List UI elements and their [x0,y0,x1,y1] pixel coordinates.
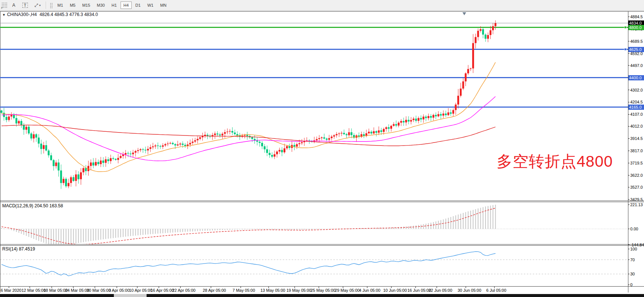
timeframe-button-H4[interactable]: H4 [121,1,132,9]
level-4625-handle[interactable] [624,48,627,51]
price-axis-tick: 4012.0 [630,124,643,128]
chart-title: ▼CHINA300-,H4 4826.4 4845.3 4776.3 4834.… [2,12,98,17]
macd-axis-tick: 221.13 [630,202,643,207]
price-badge-4400.0: 4400.0 [628,75,644,80]
macd-panel [0,205,628,245]
time-axis-label[interactable]: 30 Jun 05:00 [458,288,481,293]
price-axis-tick: 3817.0 [630,148,643,153]
toolbar-separator [46,1,47,9]
horizontal-lines[interactable] [0,23,628,107]
macd-axis-tick: -144.84 [630,243,644,247]
arrows-icon: ⤢ [35,3,38,8]
time-axis-label[interactable]: 30 Mar 05:00 [87,288,111,293]
rsi-value: 87.4519 [19,246,35,252]
price-badge-4800.0: 4800.0 [628,25,644,30]
slow-ma-line [1,125,496,146]
text-tool-icon: T [22,3,28,8]
timeframe-toolbar: M1M5M15M30H1H4D1W1MN [54,1,170,9]
time-axis-label[interactable]: 10 Jun 05:00 [383,288,407,293]
time-axis-label[interactable]: 12 Mar 05:00 [22,288,46,293]
panel-borders [0,0,644,297]
rsi-axis-tick: 100 [630,247,637,251]
time-axis-label[interactable]: 6 Jul 05:00 [486,288,506,293]
annotation-text: 多空转折点4800 [497,151,613,172]
time-axis-label[interactable]: 18 Mar 05:00 [44,288,68,293]
timeframe-button-D1[interactable]: D1 [132,1,144,9]
price-axis-tick: 4884.5 [630,15,643,19]
price-axis-tick: 3914.5 [630,136,643,141]
objects-tool-button[interactable]: ⤢ ▾ [32,1,44,9]
macd-indicator-label: MACD(12,26,9) 204.50 163.58 [2,203,63,208]
toolbar-grip[interactable]: F [1,2,7,9]
time-axis-label[interactable]: 4 Jun 05:00 [359,288,381,293]
timeframe-button-M15[interactable]: M15 [79,1,93,9]
macd-signal-line [1,208,496,245]
rsi-axis-tick: 70 [630,258,635,262]
price-axis-tick: 4497.0 [630,63,643,68]
rsi-panel [0,252,628,276]
rsi-name: RSI(14) [2,246,17,252]
support-4800-handle[interactable] [624,26,627,29]
price-axis-tick: 4107.0 [630,112,643,116]
rsi-indicator-label: RSI(14) 87.4519 [2,246,35,252]
down-arrow-marker[interactable] [462,12,466,15]
mt4-terminal: F A T ⤢ ▾ M1M5M15M30H1H4D1W1MN ▼CHINA300… [0,0,644,297]
rsi-line [1,252,496,276]
time-axis-label[interactable]: 28 Apr 05:00 [203,288,226,293]
moving-averages [1,62,496,172]
time-axis-label[interactable]: 10 Apr 05:00 [129,288,152,293]
price-axis-tick: 3527.0 [630,185,643,189]
time-axis-label[interactable]: 13 May 05:00 [260,288,285,293]
price-badge-4625.0: 4625.0 [628,47,644,52]
timeframe-button-MN[interactable]: MN [157,1,169,9]
time-axis-label[interactable]: 29 May 05:00 [335,288,360,293]
symbol-dropdown-icon[interactable]: ▼ [2,13,6,17]
time-axis-label[interactable]: 22 Apr 05:00 [172,288,195,293]
timeframe-button-W1[interactable]: W1 [144,1,157,9]
toolbar: F A T ⤢ ▾ M1M5M15M30H1H4D1W1MN [0,0,644,11]
rsi-axis-tick: 0 [630,282,632,287]
time-axis-label[interactable]: 24 Mar 05:00 [65,288,89,293]
timeframe-grip[interactable] [49,2,52,8]
time-axis-label[interactable]: 22 Jun 05:00 [429,288,452,293]
macd-values: 204.50 163.58 [35,203,63,208]
time-axis-label[interactable]: 16 Apr 05:00 [151,288,174,293]
macd-name: MACD(12,26,9) [2,203,33,208]
price-axis-tick: 3719.5 [630,161,643,165]
price-axis-tick: 4689.5 [630,39,643,44]
chart-symbol-period: CHINA300-,H4 [7,12,37,17]
dropdown-caret-icon: ▾ [39,4,41,7]
price-axis-tick: 3429.5 [630,197,643,202]
price-axis-tick: 3622.0 [630,173,643,178]
time-axis-label[interactable]: 19 May 05:00 [286,288,311,293]
chart-ohlc-values: 4826.4 4845.3 4776.3 4834.0 [39,12,98,17]
timeframe-button-M1[interactable]: M1 [54,1,66,9]
candles [1,20,497,189]
rsi-axis-tick: 30 [630,272,635,276]
fast-ma-line [1,62,496,172]
timeframe-button-H1[interactable]: H1 [109,1,120,9]
macd-axis-tick: 0.00 [630,227,638,231]
toolbar-grip-label: F [1,6,3,10]
time-axis-label[interactable]: 16 Jun 05:00 [407,288,431,293]
timeframe-button-M30[interactable]: M30 [94,1,108,9]
text-tool-button[interactable]: T [20,1,31,9]
price-axis-tick: 4204.5 [630,100,643,104]
timeframe-button-M5[interactable]: M5 [67,1,79,9]
font-tool-button[interactable]: A [9,1,18,9]
time-axis-label[interactable]: 6 Mar 2020 [1,288,22,293]
price-badge-4165.0: 4165.0 [628,105,644,110]
time-axis-label[interactable]: 7 May 05:00 [233,288,255,293]
time-axis-label[interactable]: 25 May 05:00 [311,288,336,293]
price-axis-tick: 4302.0 [630,88,643,92]
time-axis-label[interactable]: 3 Apr 05:00 [109,288,129,293]
chart-canvas[interactable] [0,0,644,297]
